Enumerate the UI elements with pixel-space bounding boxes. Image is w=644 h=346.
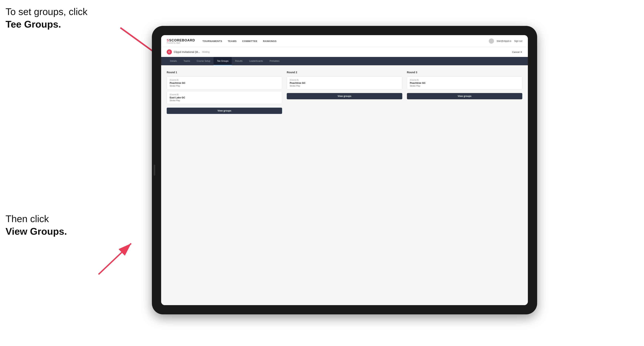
- tablet-side-button: [154, 165, 155, 176]
- nav-avatar: [489, 38, 494, 44]
- main-content: Round 1 (Course A) Peachtree GC Stroke P…: [161, 65, 528, 305]
- sub-header-title: Clippd Invitational (M...: [174, 50, 200, 53]
- round-2-column: Round 2 (Course A) Peachtree GC Stroke P…: [287, 71, 402, 114]
- round-3-course-a-name: Peachtree GC: [410, 82, 519, 84]
- sub-header: C Clippd Invitational (M... Hosting Canc…: [161, 47, 528, 57]
- tab-tee-groups[interactable]: Tee Groups: [214, 57, 232, 65]
- round-2-course-a-label: (Course A): [290, 79, 399, 81]
- instruction-top: To set groups, click Tee Groups.: [6, 5, 88, 30]
- round-2-view-groups-button[interactable]: View groups: [287, 93, 402, 99]
- tab-bar: Details Teams Course Setup Tee Groups Re…: [161, 57, 528, 65]
- tab-teams[interactable]: Teams: [180, 57, 193, 65]
- nav-rankings[interactable]: RANKINGS: [263, 40, 276, 42]
- round-2-title: Round 2: [287, 71, 402, 74]
- svg-line-3: [98, 243, 131, 274]
- sub-header-left: C Clippd Invitational (M... Hosting: [167, 49, 210, 55]
- round-2-course-a-card: (Course A) Peachtree GC Stroke Play: [287, 77, 402, 89]
- cancel-button[interactable]: Cancel ✕: [512, 51, 522, 53]
- sub-header-logo: C: [167, 49, 172, 55]
- nav-user-email: blair@clippd.io: [497, 40, 512, 42]
- round-1-view-groups-button[interactable]: View groups: [167, 108, 282, 114]
- tablet-screen: SSCOREBOARD Powered by clippit TOURNAMEN…: [161, 35, 528, 305]
- instruction-bottom: Then click View Groups.: [6, 213, 67, 238]
- tab-leaderboards[interactable]: Leaderboards: [246, 57, 266, 65]
- round-1-title: Round 1: [167, 71, 282, 74]
- nav-teams[interactable]: TEAMS: [228, 40, 236, 42]
- logo: SSCOREBOARD Powered by clippit: [167, 38, 195, 44]
- tab-course-setup[interactable]: Course Setup: [193, 57, 214, 65]
- round-2-course-a-name: Peachtree GC: [290, 82, 399, 84]
- round-1-column: Round 1 (Course A) Peachtree GC Stroke P…: [167, 71, 282, 114]
- nav-committee[interactable]: COMMITTEE: [242, 40, 258, 42]
- round-3-course-a-label: (Course A): [410, 79, 519, 81]
- logo-c: S: [167, 38, 169, 42]
- view-groups-arrow: [89, 239, 141, 279]
- instruction-top-line1: To set groups, click: [6, 6, 88, 17]
- logo-sub: Powered by clippit: [167, 42, 195, 44]
- round-3-course-a-type: Stroke Play: [410, 85, 519, 87]
- instruction-bottom-line1: Then click: [6, 213, 49, 224]
- tablet-device: SSCOREBOARD Powered by clippit TOURNAMEN…: [152, 26, 537, 314]
- tab-results[interactable]: Results: [232, 57, 246, 65]
- instruction-top-bold: Tee Groups.: [6, 19, 61, 30]
- round-1-course-b-type: Stroke Play: [170, 99, 279, 102]
- round-1-course-b-card: (Course B) East Lake GC Stroke Play: [167, 91, 282, 104]
- tab-details[interactable]: Details: [167, 57, 180, 65]
- round-1-course-a-name: Peachtree GC: [170, 82, 279, 84]
- round-1-course-a-type: Stroke Play: [170, 85, 279, 87]
- nav-right: blair@clippd.io Sign out: [489, 38, 522, 44]
- round-1-course-a-label: (Course A): [170, 79, 279, 81]
- sub-header-hosting: Hosting: [202, 51, 210, 53]
- round-1-course-b-name: East Lake GC: [170, 96, 279, 99]
- sign-out-link[interactable]: Sign out: [514, 40, 522, 42]
- round-1-course-b-label: (Course B): [170, 94, 279, 96]
- nav-links: TOURNAMENTS TEAMS COMMITTEE RANKINGS: [202, 40, 489, 42]
- tab-printables[interactable]: Printables: [266, 57, 283, 65]
- round-2-course-a-type: Stroke Play: [290, 85, 399, 87]
- navbar: SSCOREBOARD Powered by clippit TOURNAMEN…: [161, 35, 528, 47]
- round-3-course-a-card: (Course A) Peachtree GC Stroke Play: [407, 77, 522, 89]
- round-3-view-groups-button[interactable]: View groups: [407, 93, 522, 99]
- rounds-grid: Round 1 (Course A) Peachtree GC Stroke P…: [167, 71, 522, 114]
- round-3-title: Round 3: [407, 71, 522, 74]
- round-3-column: Round 3 (Course A) Peachtree GC Stroke P…: [407, 71, 522, 114]
- logo-text: SSCOREBOARD: [167, 38, 195, 42]
- nav-tournaments[interactable]: TOURNAMENTS: [202, 40, 222, 42]
- instruction-bottom-bold: View Groups.: [6, 226, 67, 237]
- round-1-course-a-card: (Course A) Peachtree GC Stroke Play: [167, 77, 282, 89]
